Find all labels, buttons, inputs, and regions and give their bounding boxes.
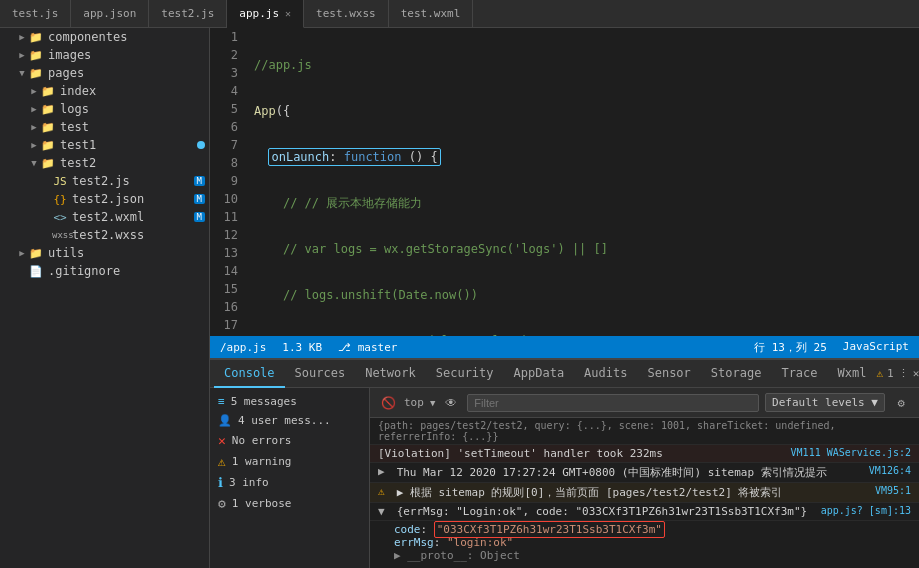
chevron-right-icon: ▶ [16,248,28,258]
console-right: 🚫 top ▼ 👁 Default levels ▼ ⚙ {path: page… [370,388,919,568]
tab-sources[interactable]: Sources [285,360,356,388]
log-levels-dropdown[interactable]: Default levels ▼ [765,393,885,412]
filter-user-messages[interactable]: 👤 4 user mess... [210,411,369,430]
log-entry-warning: ⚠ ▶ 根据 sitemap 的规则[0]，当前页面 [pages/test2/… [370,483,919,503]
tree-row: ▶ __proto__: Object [394,549,911,562]
line-numbers: 1 2 3 4 5 6 7 8 9 10 11 12 13 14 15 16 1… [210,28,246,336]
line-num: 13 [210,244,238,262]
sidebar-item-pages[interactable]: ▼ 📁 pages [0,64,209,82]
log-source-link[interactable]: VM126:4 [869,465,911,476]
sidebar-item-test2json[interactable]: {} test2.json M [0,190,209,208]
line-num: 9 [210,172,238,190]
line-num: 1 [210,28,238,46]
main-area: ▶ 📁 componentes ▶ 📁 images ▼ 📁 pages ▶ 📁… [0,28,919,568]
sidebar-item-componentes[interactable]: ▶ 📁 componentes [0,28,209,46]
log-text: {errMsg: "Login:ok", code: "033CXf3T1PZ6… [397,505,813,518]
gear-icon: ⚙ [218,496,226,511]
expand-arrow-icon[interactable]: ▶ [378,465,385,478]
tab-testjs[interactable]: test.js [0,0,71,27]
chevron-right-icon: ▶ [16,50,28,60]
file-icon: 📄 [28,265,44,278]
expand-arrow-icon[interactable]: ▼ [378,505,385,518]
js-file-icon: JS [52,175,68,188]
sidebar-item-test[interactable]: ▶ 📁 test [0,118,209,136]
info-icon: ℹ [218,475,223,490]
sidebar-item-gitignore[interactable]: 📄 .gitignore [0,262,209,280]
more-options-icon[interactable]: ⋮ [898,367,909,380]
line-num: 10 [210,190,238,208]
chevron-right-icon: ▶ [16,32,28,42]
tab-sensor[interactable]: Sensor [637,360,700,388]
tab-security[interactable]: Security [426,360,504,388]
folder-icon: 📁 [28,247,44,260]
warning-count: 1 [887,367,894,380]
sidebar-item-images[interactable]: ▶ 📁 images [0,46,209,64]
sidebar-item-label: test2.wxml [72,210,144,224]
folder-icon: 📁 [40,121,56,134]
chevron-down-icon: ▼ [16,68,28,78]
warning-icon: ⚠ [876,367,883,380]
filter-label: 3 info [229,476,269,489]
tab-testwxss[interactable]: test.wxss [304,0,389,27]
filter-errors[interactable]: ✕ No errors [210,430,369,451]
inspect-toggle-button[interactable]: 👁 [441,393,461,413]
folder-icon: 📁 [40,139,56,152]
dropdown-arrow-icon[interactable]: ▼ [430,398,435,408]
sidebar-item-test1[interactable]: ▶ 📁 test1 [0,136,209,154]
git-branch: ⎇ master [338,341,397,354]
close-devtools-icon[interactable]: ✕ [913,367,919,380]
clear-console-button[interactable]: 🚫 [378,393,398,413]
tab-test2js[interactable]: test2.js [149,0,227,27]
filter-all-messages[interactable]: ≡ 5 messages [210,392,369,411]
sidebar-item-utils[interactable]: ▶ 📁 utils [0,244,209,262]
close-icon[interactable]: ✕ [285,8,291,19]
sidebar-item-index[interactable]: ▶ 📁 index [0,82,209,100]
folder-icon: 📁 [28,67,44,80]
tab-label: test.wxss [316,7,376,20]
sidebar-item-logs[interactable]: ▶ 📁 logs [0,100,209,118]
filter-info[interactable]: ℹ 3 info [210,472,369,493]
tab-trace[interactable]: Trace [771,360,827,388]
sidebar-item-label: test [60,120,89,134]
folder-icon: 📁 [28,31,44,44]
sidebar-item-label: test2 [60,156,96,170]
log-source-link[interactable]: app.js? [sm]:13 [821,505,911,516]
filter-warnings[interactable]: ⚠ 1 warning [210,451,369,472]
tab-storage[interactable]: Storage [701,360,772,388]
filter-label: 5 messages [231,395,297,408]
tab-console[interactable]: Console [214,360,285,388]
chevron-right-icon: ▶ [28,104,40,114]
console-settings-button[interactable]: ⚙ [891,393,911,413]
line-num: 6 [210,118,238,136]
sidebar-item-test2[interactable]: ▼ 📁 test2 [0,154,209,172]
console-filter-input[interactable] [467,394,759,412]
tab-network[interactable]: Network [355,360,426,388]
sidebar-item-label: utils [48,246,84,260]
devtools-panel: Console Sources Network Security AppData… [210,358,919,568]
sidebar-item-label: test2.wxss [72,228,144,242]
sidebar-item-test2wxss[interactable]: wxss test2.wxss [0,226,209,244]
tab-label: test.js [12,7,58,20]
code-line: //app.js [254,56,919,74]
log-source-link[interactable]: VM95:1 [875,485,911,496]
sidebar-item-test2wxml[interactable]: <> test2.wxml M [0,208,209,226]
tab-wxml[interactable]: Wxml [828,360,877,388]
filter-verbose[interactable]: ⚙ 1 verbose [210,493,369,514]
tab-audits[interactable]: Audits [574,360,637,388]
cursor-position: 行 13，列 25 [754,340,827,355]
sidebar-item-test2js[interactable]: JS test2.js M [0,172,209,190]
sidebar-item-label: test2.json [72,192,144,206]
log-entry: {path: pages/test2/test2, query: {...}, … [370,418,919,445]
tab-label: test.wxml [401,7,461,20]
log-source-link[interactable]: VM111 WAService.js:2 [791,447,911,458]
tab-appdata[interactable]: AppData [504,360,575,388]
error-icon: ✕ [218,433,226,448]
modified-badge: M [194,176,205,186]
tab-testwxml[interactable]: test.wxml [389,0,474,27]
filter-label: 4 user mess... [238,414,331,427]
context-label: top [404,396,424,409]
line-num: 14 [210,262,238,280]
tab-appjs[interactable]: app.js ✕ [227,0,304,28]
sidebar-item-label: test2.js [72,174,130,188]
tab-appjson[interactable]: app.json [71,0,149,27]
